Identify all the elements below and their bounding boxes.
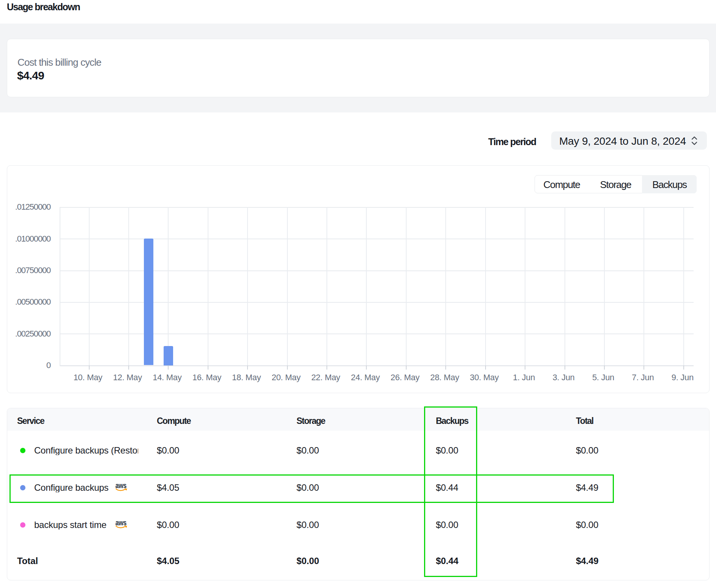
svg-text:aws: aws <box>115 520 126 527</box>
